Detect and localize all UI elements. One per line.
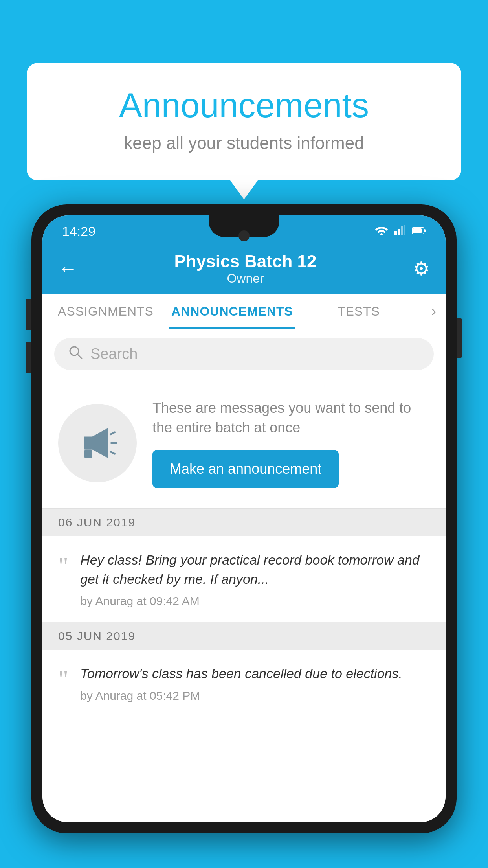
- phone-camera: [238, 230, 250, 241]
- announcement-description: These are messages you want to send to t…: [152, 398, 430, 438]
- phone-screen: 14:29: [42, 215, 446, 822]
- tab-assignments[interactable]: ASSIGNMENTS: [42, 294, 169, 329]
- tab-announcements-label: ANNOUNCEMENTS: [171, 304, 293, 319]
- bubble-subtitle: keep all your students informed: [58, 133, 430, 153]
- announcement-text-2: Tomorrow's class has been cancelled due …: [80, 664, 430, 702]
- batch-title: Physics Batch 12: [174, 252, 317, 271]
- svg-rect-2: [398, 229, 400, 235]
- svg-rect-7: [413, 228, 422, 233]
- wifi-icon: [375, 225, 388, 238]
- phone-notch: [209, 215, 279, 237]
- svg-rect-3: [401, 226, 403, 235]
- announcement-meta-1: by Anurag at 09:42 AM: [80, 594, 430, 608]
- signal-icon: [394, 225, 405, 238]
- tab-announcements[interactable]: ANNOUNCEMENTS: [169, 294, 295, 329]
- svg-rect-12: [84, 450, 92, 458]
- back-button[interactable]: ←: [58, 257, 78, 280]
- svg-rect-1: [394, 231, 397, 235]
- announcement-right: These are messages you want to send to t…: [152, 398, 430, 488]
- announcement-prompt: These are messages you want to send to t…: [42, 379, 446, 509]
- svg-rect-4: [404, 225, 405, 235]
- bubble-title: Announcements: [58, 86, 430, 125]
- announcement-item-2[interactable]: " Tomorrow's class has been cancelled du…: [42, 650, 446, 716]
- phone-device: 14:29: [31, 204, 457, 868]
- svg-marker-10: [84, 437, 92, 450]
- speech-bubble-section: Announcements keep all your students inf…: [27, 63, 461, 180]
- quote-icon-2: ": [58, 664, 68, 692]
- search-section: Search: [42, 329, 446, 379]
- announcement-message-1: Hey class! Bring your practical record b…: [80, 550, 430, 589]
- phone-vol-up-button: [26, 299, 31, 330]
- quote-icon-1: ": [58, 550, 68, 579]
- speech-bubble-card: Announcements keep all your students inf…: [27, 63, 461, 180]
- date-label-1: 06 JUN 2019: [58, 516, 136, 529]
- megaphone-circle: [58, 404, 137, 482]
- phone-power-button: [457, 318, 462, 358]
- tab-tests[interactable]: TESTS: [295, 294, 422, 329]
- date-separator-1: 06 JUN 2019: [42, 509, 446, 536]
- status-time: 14:29: [62, 224, 95, 239]
- tab-tests-label: TESTS: [338, 304, 380, 319]
- battery-icon: [412, 225, 426, 237]
- announcement-item-1[interactable]: " Hey class! Bring your practical record…: [42, 536, 446, 623]
- search-icon: [68, 345, 83, 363]
- svg-rect-6: [424, 229, 426, 232]
- search-placeholder: Search: [90, 346, 138, 362]
- batch-role: Owner: [174, 271, 317, 286]
- megaphone-icon: [76, 421, 119, 465]
- date-label-2: 05 JUN 2019: [58, 629, 136, 642]
- announcement-message-2: Tomorrow's class has been cancelled due …: [80, 664, 430, 683]
- app-header: ← Physics Batch 12 Owner ⚙: [42, 243, 446, 294]
- svg-point-0: [380, 233, 383, 235]
- phone-vol-down-button: [26, 342, 31, 373]
- svg-marker-11: [92, 428, 108, 458]
- announcement-text-1: Hey class! Bring your practical record b…: [80, 550, 430, 608]
- status-icons: [375, 225, 426, 238]
- svg-line-15: [110, 452, 115, 454]
- announcement-meta-2: by Anurag at 05:42 PM: [80, 689, 430, 702]
- settings-icon[interactable]: ⚙: [413, 257, 430, 280]
- phone-outer: 14:29: [31, 204, 457, 833]
- make-announcement-button[interactable]: Make an announcement: [152, 450, 339, 488]
- tab-more-icon[interactable]: ›: [422, 294, 446, 329]
- search-bar[interactable]: Search: [54, 338, 434, 370]
- tabs-bar: ASSIGNMENTS ANNOUNCEMENTS TESTS ›: [42, 294, 446, 329]
- date-separator-2: 05 JUN 2019: [42, 622, 446, 650]
- tab-assignments-label: ASSIGNMENTS: [58, 304, 154, 319]
- header-title-group: Physics Batch 12 Owner: [174, 252, 317, 286]
- svg-line-13: [110, 432, 115, 435]
- svg-line-9: [77, 354, 82, 359]
